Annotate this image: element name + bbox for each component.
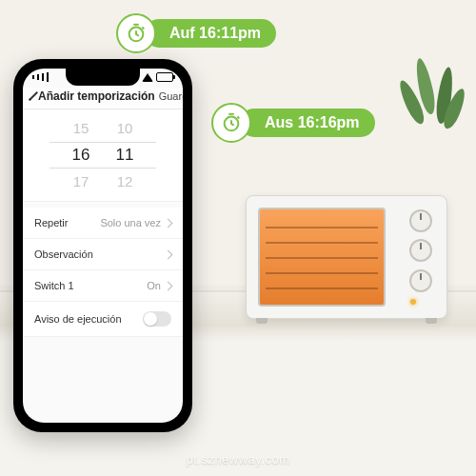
clock-icon [211, 103, 251, 143]
row-label: Switch 1 [34, 280, 74, 291]
row-repeat[interactable]: Repetir Solo una vez [23, 208, 183, 239]
nav-bar: Añadir temporización Guardar [23, 88, 183, 109]
minute-selected[interactable]: 11 [113, 142, 136, 169]
phone-notch [66, 69, 140, 86]
clock-icon [116, 13, 156, 53]
settings-list: Repetir Solo una vez Observación Switch … [23, 208, 183, 337]
time-picker-row[interactable]: 15 10 [23, 115, 183, 142]
oven-dial [409, 239, 432, 262]
toggle-switch[interactable] [143, 311, 171, 327]
phone-screen: Añadir temporización Guardar 15 10 16 11… [23, 69, 183, 423]
wifi-icon [142, 73, 153, 82]
chevron-right-icon [164, 249, 173, 259]
oven-dial [409, 269, 432, 292]
row-label: Aviso de ejecución [34, 313, 122, 325]
timer-on-pill: Auf 16:11pm [116, 13, 276, 53]
row-label: Observación [34, 248, 93, 260]
page-title: Añadir temporización [38, 89, 155, 103]
time-picker-selected[interactable]: 16 11 [23, 142, 183, 169]
oven-window [258, 208, 386, 307]
row-switch1[interactable]: Switch 1 On [23, 270, 183, 302]
row-label: Repetir [34, 217, 68, 228]
battery-icon [156, 72, 173, 82]
chevron-right-icon [164, 218, 173, 228]
phone-frame: Añadir temporización Guardar 15 10 16 11… [13, 59, 192, 432]
timer-off-pill: Aus 16:16pm [211, 103, 375, 143]
hour-selected[interactable]: 16 [69, 142, 92, 169]
hour-option[interactable]: 15 [69, 115, 92, 142]
row-exec-notice[interactable]: Aviso de ejecución [23, 302, 183, 337]
time-picker[interactable]: 15 10 16 11 17 12 [23, 109, 183, 202]
oven-controls [395, 196, 446, 318]
save-button[interactable]: Guardar [159, 90, 183, 102]
minute-option[interactable]: 12 [113, 169, 136, 195]
toaster-oven [246, 195, 447, 319]
minute-option[interactable]: 10 [113, 115, 136, 142]
plant-decoration [411, 57, 459, 171]
back-button[interactable] [29, 91, 38, 101]
oven-indicator-light [410, 299, 416, 305]
row-value: Solo una vez [100, 217, 161, 228]
timer-on-label: Auf 16:11pm [145, 19, 276, 48]
chevron-right-icon [164, 281, 173, 290]
hour-option[interactable]: 17 [69, 169, 92, 195]
timer-off-label: Aus 16:16pm [240, 109, 375, 137]
oven-dial [409, 209, 432, 232]
row-observation[interactable]: Observación [23, 239, 183, 270]
time-picker-row[interactable]: 17 12 [23, 169, 183, 195]
row-value: On [147, 280, 161, 291]
